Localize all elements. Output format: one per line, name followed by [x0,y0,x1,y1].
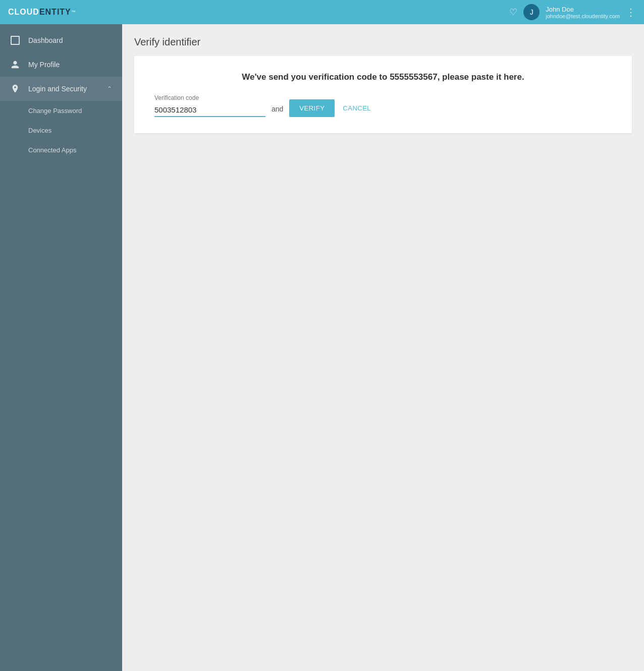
and-text: and [272,105,283,113]
sidebar-item-connected-apps[interactable]: Connected Apps [0,140,122,160]
cancel-button[interactable]: CANCEL [341,99,373,117]
sidebar-item-dashboard[interactable]: Dashboard [0,28,122,52]
bell-icon[interactable]: ♡ [509,7,517,18]
page-title: Verify identifier [134,36,632,48]
header-right: ♡ J John Doe johndoe@test.cloudentity.co… [509,4,636,20]
sidebar-item-my-profile[interactable]: My Profile [0,52,122,77]
sidebar-label-login-security: Login and Security [28,85,99,93]
sidebar-item-devices[interactable]: Devices [0,121,122,140]
verify-form: Verification code and VERIFY CANCEL [154,94,612,117]
user-name: John Doe [546,6,620,13]
verify-card: We've send you verification code to 5555… [134,56,632,133]
logo-entity: ENTITY [39,8,71,17]
fingerprint-icon [10,84,20,94]
verification-code-input[interactable] [154,103,265,117]
card-message: We've send you verification code to 5555… [154,72,612,82]
verify-button[interactable]: VERIFY [289,99,335,117]
change-password-label: Change Password [28,107,82,115]
app-header: CLOUDENTITY™ ♡ J John Doe johndoe@test.c… [0,0,644,24]
user-info: John Doe johndoe@test.cloudentity.com [546,6,620,19]
sidebar-label-dashboard: Dashboard [28,36,112,44]
devices-label: Devices [28,127,51,134]
dashboard-icon [10,35,20,45]
connected-apps-label: Connected Apps [28,146,76,154]
chevron-up-icon: ⌃ [107,85,112,92]
avatar: J [523,4,540,20]
sidebar-item-login-security[interactable]: Login and Security ⌃ [0,77,122,101]
logo-tm: ™ [71,10,76,15]
logo-cloud: CLOUD [8,8,39,17]
logo: CLOUDENTITY™ [8,8,76,17]
sidebar-label-my-profile: My Profile [28,61,112,69]
user-email: johndoe@test.cloudentity.com [546,13,620,19]
main-content: Verify identifier We've send you verific… [122,24,644,671]
verification-code-group: Verification code [154,94,265,117]
verification-code-label: Verification code [154,94,265,101]
sidebar: Dashboard My Profile Login and Security … [0,24,122,671]
more-icon[interactable]: ⋮ [626,6,636,18]
person-icon [10,60,20,70]
sidebar-item-change-password[interactable]: Change Password [0,101,122,121]
